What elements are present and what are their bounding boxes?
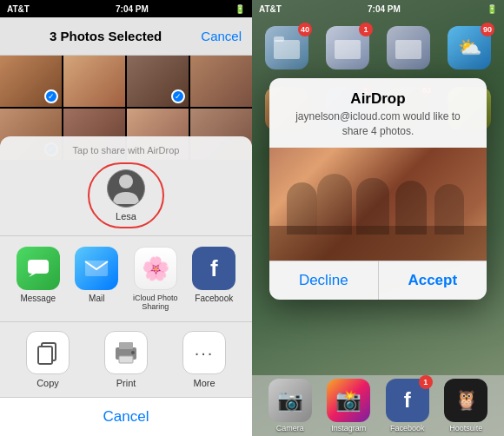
instagram-dock-label: Instagram [331, 424, 366, 433]
svg-rect-9 [119, 356, 133, 363]
facebook-label: Facebook [195, 294, 233, 303]
home-icon-folder3[interactable] [381, 26, 436, 69]
copy-label: Copy [36, 378, 59, 388]
check-badge-1: ✓ [44, 89, 58, 103]
photo-people [269, 148, 487, 261]
more-label: More [193, 378, 215, 388]
accept-button[interactable]: Accept [379, 261, 487, 300]
home-icon-weather[interactable]: 90 ⛅ [441, 26, 497, 69]
svg-marker-2 [29, 274, 36, 277]
print-label: Print [116, 378, 136, 388]
share-message[interactable]: Message [12, 247, 64, 311]
svg-rect-1 [28, 260, 49, 274]
status-bar-left: AT&T 7:04 PM 🔋 [0, 0, 252, 17]
badge-1a: 1 [359, 23, 373, 36]
folder3-icon [387, 26, 430, 69]
cancel-row[interactable]: Cancel [0, 398, 252, 436]
photos-title: 3 Photos Selected [10, 29, 201, 43]
carrier-left: AT&T [7, 4, 30, 14]
svg-rect-14 [395, 40, 421, 59]
left-phone: AT&T 7:04 PM 🔋 3 Photos Selected Cancel … [0, 0, 252, 436]
svg-rect-6 [39, 347, 51, 363]
time-left: 7:04 PM [116, 4, 149, 14]
print-icon [104, 331, 148, 374]
dialog-btn-row: Decline Accept [269, 261, 487, 300]
svg-rect-12 [274, 36, 284, 42]
print-action[interactable]: Print [96, 331, 156, 388]
signal-left: 🔋 [235, 4, 245, 14]
mail-label: Mail [89, 294, 104, 303]
dialog-title: AirDrop [269, 78, 487, 109]
copy-action[interactable]: Copy [17, 331, 78, 388]
svg-point-10 [131, 351, 135, 354]
carrier-right: AT&T [259, 4, 282, 14]
svg-rect-13 [335, 40, 361, 59]
badge-90: 90 [481, 23, 494, 36]
svg-point-0 [119, 175, 133, 188]
folder2-icon: 1 [326, 26, 369, 69]
photo-thumb[interactable] [63, 56, 125, 107]
facebook-icon: f [192, 247, 235, 290]
dock-camera[interactable]: 📷 Camera [269, 379, 312, 433]
icloud-label: iCloud Photo Sharing [129, 294, 182, 311]
dock-instagram[interactable]: 📸 Instagram [327, 379, 370, 433]
battery-right: 🔋 [487, 4, 497, 14]
photo-thumb[interactable]: ✓ [127, 56, 189, 107]
dialog-photo [269, 148, 487, 261]
action-row: Copy Print ··· More [0, 322, 252, 398]
check-badge-2: ✓ [171, 89, 185, 103]
share-sheet: Tap to share with AirDrop Lesa [0, 136, 252, 436]
more-icon: ··· [182, 331, 226, 374]
photo-thumb[interactable] [190, 56, 252, 107]
decline-button[interactable]: Decline [269, 261, 379, 300]
dock: 📷 Camera 📸 Instagram f 1 Facebook 🦉 Hoot… [252, 375, 504, 436]
home-icon-folder1[interactable]: 40 [259, 26, 315, 69]
folder1-icon: 40 [265, 26, 308, 69]
share-mail[interactable]: Mail [70, 247, 123, 311]
hootsuite-dock-label: Hootsuite [449, 424, 482, 433]
dock-facebook[interactable]: f 1 Facebook [386, 379, 429, 433]
airdrop-section: Tap to share with AirDrop Lesa [0, 136, 252, 236]
status-bar-right: AT&T 7:04 PM 🔋 [252, 0, 504, 17]
dialog-subtitle: jaynelson@icloud.com would like to share… [269, 109, 487, 148]
dock-hootsuite[interactable]: 🦉 Hootsuite [444, 379, 487, 433]
facebook-dock-icon: f 1 [386, 379, 429, 422]
message-icon [17, 247, 60, 290]
airdrop-avatar [107, 169, 145, 208]
airdrop-contact-row: Lesa [14, 162, 238, 228]
airdrop-hint: Tap to share with AirDrop [14, 145, 238, 155]
airdrop-dialog: AirDrop jaynelson@icloud.com would like … [269, 78, 487, 300]
app-icons-row: Message Mail 🌸 iCloud Photo Sharing [0, 236, 252, 322]
home-icons-top: 40 1 90 [252, 19, 504, 76]
copy-icon [26, 331, 70, 374]
cancel-label: Cancel [103, 408, 149, 426]
icloud-icon: 🌸 [134, 247, 177, 290]
facebook-badge: 1 [419, 375, 433, 389]
share-icloud[interactable]: 🌸 iCloud Photo Sharing [129, 247, 182, 311]
right-phone: AT&T 7:04 PM 🔋 40 1 [252, 0, 504, 436]
photo-thumb[interactable]: ✓ [0, 56, 62, 107]
mail-icon [75, 247, 118, 290]
facebook-dock-label: Facebook [390, 424, 425, 433]
camera-dock-label: Camera [276, 424, 304, 433]
home-icon-folder2[interactable]: 1 [320, 26, 375, 69]
camera-dock-icon: 📷 [269, 379, 312, 422]
svg-rect-8 [119, 342, 133, 349]
share-facebook[interactable]: f Facebook [188, 247, 240, 311]
message-label: Message [20, 294, 56, 303]
photos-cancel-btn[interactable]: Cancel [201, 29, 242, 43]
hootsuite-dock-icon: 🦉 [444, 379, 487, 422]
time-right: 7:04 PM [368, 4, 401, 14]
airdrop-contact-name: Lesa [116, 211, 136, 221]
more-action[interactable]: ··· More [174, 331, 235, 388]
badge-40: 40 [298, 23, 312, 36]
instagram-dock-icon: 📸 [327, 379, 370, 422]
svg-rect-11 [274, 40, 300, 59]
airdrop-oval[interactable]: Lesa [88, 162, 164, 228]
photos-header: 3 Photos Selected Cancel [0, 17, 252, 56]
weather-icon: 90 ⛅ [448, 26, 491, 69]
